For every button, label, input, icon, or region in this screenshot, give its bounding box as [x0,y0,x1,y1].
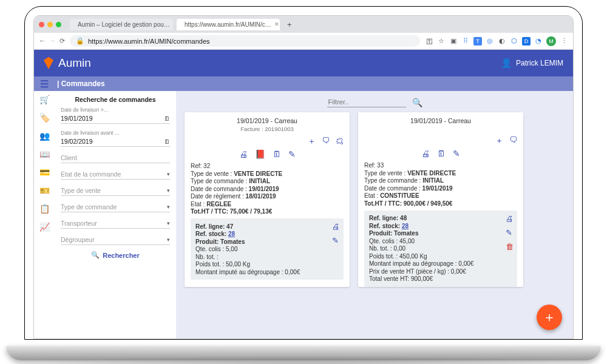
order-type-select[interactable]: Type de commande▾ [61,202,170,212]
translate-icon[interactable]: ⠿ [461,37,470,46]
extension-icons: ⚿ ☆ ▣ ⠿ T ◎ ◐ ⬡ D ◔ M ⋮ [425,36,568,46]
cast-icon[interactable]: ▣ [449,37,458,46]
edit-icon[interactable]: ✎ [288,149,296,159]
url-text: https://www.aumin.fr/AUMIN/commandes [88,38,210,45]
hamburger-icon[interactable]: ☰ [40,78,49,90]
print-icon[interactable]: 🖨 [332,222,340,231]
filter-input[interactable] [327,97,406,107]
nav-book-icon[interactable]: 📖 [39,149,50,159]
search-button[interactable]: 🔍 Rechercher [61,251,170,259]
reload-button[interactable]: ⟳ [59,37,65,45]
order-ref: Ref: 32 [191,163,344,169]
tab-title: Aumin – Logiciel de gestion pou… [78,21,170,28]
order-line: 🖨 ✎ 🗑 Ref. ligne: 48 Ref. stock: 28 Prod… [364,211,517,287]
ext-icon[interactable]: D [522,37,531,46]
browser-tab-strip: Aumin – Logiciel de gestion pou… ✕ https… [34,16,573,33]
nav-ticket-icon[interactable]: 🎫 [39,186,50,195]
card-title: 19/01/2019 - Carreau [191,117,344,124]
nav-cart-icon[interactable]: 🛒 [39,95,50,104]
edit-icon[interactable]: ✎ [332,236,340,245]
order-line: 🖨 ✎ Ref. ligne: 47 Ref. stock: 28 Produi… [191,218,344,280]
main-content: 🔍 19/01/2019 - Carreau Facture : 2019010… [176,91,573,339]
comment-icon[interactable]: 🗨 [509,135,517,146]
user-menu[interactable]: 👤 Patrick LEMIM [501,58,563,69]
ext-icon[interactable]: ⬡ [510,37,518,46]
ungroup-select[interactable]: Dégroupeur▾ [61,235,170,245]
calendar-icon[interactable]: 🗓 [164,138,170,145]
add-icon[interactable]: ＋ [308,136,316,147]
minimize-window[interactable] [47,22,53,27]
forward-button[interactable]: → [49,37,56,45]
nav-clipboard-icon[interactable]: 📋 [39,204,50,214]
nav-tag-icon[interactable]: 🏷️ [39,113,50,123]
sale-type-select[interactable]: Type de vente▾ [61,186,170,196]
back-button[interactable]: ← [39,37,46,45]
stock-link[interactable]: 28 [402,223,409,229]
date-from-label: Date de livraison >… [61,107,170,113]
ext-icon[interactable]: ◔ [534,37,543,46]
maximize-window[interactable] [56,22,61,27]
address-bar[interactable]: 🔒 https://www.aumin.fr/AUMIN/commandes [70,35,420,47]
print-icon[interactable]: 🖨 [506,214,514,223]
account-icon: 👤 [501,58,512,69]
print-icon[interactable]: 🖨 [239,149,248,159]
carrier-select[interactable]: Transporteur▾ [61,218,170,229]
chevron-down-icon: ▾ [167,237,170,243]
chevron-down-icon: ▾ [167,220,170,226]
browser-tab-2[interactable]: https://www.aumin.fr/AUMIN/c… ✕ [177,19,280,30]
comment-off-icon[interactable]: 🗯 [336,136,344,147]
menu-icon[interactable]: ⋮ [560,37,568,46]
ext-icon[interactable]: ◐ [498,37,506,46]
search-title: Recherche de commandes [61,96,170,103]
app-logo[interactable]: Aumin [44,56,91,70]
carrot-icon [44,57,53,69]
book-icon[interactable]: 📕 [255,149,265,159]
edit-icon[interactable]: ✎ [453,149,460,158]
date-to-label: Date de livraison avant … [61,130,170,136]
search-icon[interactable]: 🔍 [412,98,422,107]
edit-icon[interactable]: ✎ [506,228,514,237]
key-icon[interactable]: ⚿ [425,37,433,46]
invoice-number: Facture : 201901003 [191,126,344,132]
nav-card-icon[interactable]: 💳 [39,167,50,177]
nav-chart-icon[interactable]: 📈 [39,222,50,232]
page-title-bar: ☰ | Commandes [34,76,573,91]
chevron-down-icon: ▾ [167,171,170,177]
tab-title: https://www.aumin.fr/AUMIN/c… [185,21,271,28]
date-to-input[interactable]: 19/02/2019🗓 [61,136,170,147]
left-nav-rail: 🛒 🏷️ 👥 📖 💳 🎫 📋 📈 [34,91,55,339]
calendar-icon[interactable]: 🗓 [164,115,170,122]
app-header: Aumin 👤 Patrick LEMIM [34,50,573,76]
print-icon[interactable]: 🖨 [421,149,430,158]
fab-add-button[interactable]: ＋ [537,305,562,330]
order-card: 19/01/2019 - Carreau Facture : 201901003… [185,112,350,287]
client-input[interactable]: Client [61,153,170,163]
chevron-down-icon: ▾ [167,204,170,210]
search-icon: 🔍 [91,251,100,259]
new-tab-button[interactable]: + [283,20,296,29]
window-controls[interactable] [39,22,61,27]
search-panel: Recherche de commandes Date de livraison… [55,91,176,339]
lock-icon: 🔒 [76,37,84,45]
calendar-icon[interactable]: 🗓 [273,149,281,159]
order-ref: Ref: 33 [364,162,517,169]
date-from-input[interactable]: 19/01/2019🗓 [61,113,170,124]
ext-icon[interactable]: ◎ [486,37,494,46]
state-select[interactable]: Etat de la commande▾ [61,169,170,180]
order-card: 19/01/2019 - Carreau ＋ 🗨 🖨 🗓 ✎ Ref: 33 T… [358,112,523,287]
ext-icon[interactable]: T [473,37,482,46]
nav-people-icon[interactable]: 👥 [39,131,50,141]
card-title: 19/01/2019 - Carreau [364,117,517,124]
stock-link[interactable]: 28 [228,231,235,237]
add-icon[interactable]: ＋ [495,135,503,146]
browser-toolbar: ← → ⟳ 🔒 https://www.aumin.fr/AUMIN/comma… [34,33,573,50]
browser-tab-1[interactable]: Aumin – Logiciel de gestion pou… ✕ [70,19,173,30]
avatar-icon[interactable]: M [546,36,556,46]
delete-icon[interactable]: 🗑 [506,242,514,251]
calendar-icon[interactable]: 🗓 [437,149,446,158]
comment-icon[interactable]: 🗨 [322,136,330,147]
star-icon[interactable]: ☆ [437,37,446,46]
close-tab-icon[interactable]: ✕ [274,21,279,27]
close-window[interactable] [39,22,44,27]
brand-name: Aumin [58,56,91,70]
